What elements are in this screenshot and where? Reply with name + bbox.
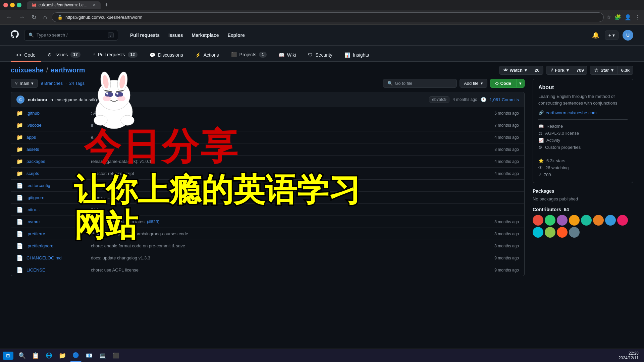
table-row[interactable]: 📄 .gitignore chore: a...: [11, 192, 524, 204]
file-name[interactable]: .nitro...: [26, 207, 87, 212]
profile-icon[interactable]: 👤: [625, 14, 631, 20]
readme-link[interactable]: 📖 Readme: [538, 124, 628, 129]
commit-count-link[interactable]: 1,061 Commits: [490, 97, 519, 102]
breadcrumb-repo[interactable]: earthworm: [51, 66, 85, 74]
tab-projects[interactable]: ⬛ Projects 1: [226, 48, 272, 62]
contributor-avatar[interactable]: [545, 215, 555, 226]
file-name[interactable]: .prettierignore: [26, 243, 87, 248]
tab-discussions[interactable]: 💬 Discussions: [144, 49, 189, 62]
github-logo[interactable]: [11, 30, 19, 41]
custom-props-link[interactable]: ⚙ Custom properties: [538, 145, 628, 150]
fork-count[interactable]: 709: [573, 66, 588, 75]
window-max-btn[interactable]: [17, 3, 21, 7]
taskbar-chrome-btn[interactable]: 🔵: [70, 350, 82, 362]
table-row[interactable]: 📁 apps e... 4 months ago: [11, 131, 524, 143]
taskbar-outlook-btn[interactable]: 📧: [83, 350, 95, 362]
file-name[interactable]: LICENSE: [26, 267, 87, 273]
file-name[interactable]: apps: [26, 135, 87, 140]
table-row[interactable]: 📄 LICENSE chore: use AGPL license 9 mont…: [11, 264, 524, 276]
back-btn[interactable]: ←: [4, 12, 14, 22]
table-row[interactable]: 📄 .prettierrc chore: format @earthworm/x…: [11, 228, 524, 240]
file-name[interactable]: .github: [26, 111, 87, 116]
browser-tab[interactable]: 🐙 cuixueshe/earthworm: Learning E... ✕: [27, 1, 101, 9]
global-search[interactable]: 🔍 Type to search / /: [24, 30, 118, 41]
tab-security[interactable]: 🛡 Security: [303, 49, 338, 62]
file-name[interactable]: .prettierrc: [26, 231, 87, 236]
window-min-btn[interactable]: [10, 3, 15, 7]
stars-count-link[interactable]: ⭐ 6.3k stars: [538, 158, 628, 163]
commit-author-avatar[interactable]: C: [16, 96, 24, 104]
create-btn[interactable]: + ▾: [605, 31, 619, 40]
table-row[interactable]: 📁 .github : Another enum 5 months ago: [11, 107, 524, 119]
file-name[interactable]: .editorconfig: [26, 183, 87, 188]
file-name[interactable]: packages: [26, 159, 87, 164]
contributor-avatar[interactable]: [581, 215, 592, 226]
tab-issues[interactable]: ⊙ Issues 17: [42, 48, 86, 62]
new-tab-btn[interactable]: +: [102, 1, 111, 9]
taskbar-search-btn[interactable]: 🔍: [16, 350, 28, 362]
contributor-avatar[interactable]: [569, 227, 580, 238]
taskbar-file-btn[interactable]: 📁: [56, 350, 68, 362]
home-btn[interactable]: ⌂: [41, 12, 49, 22]
go-to-file-btn[interactable]: 🔍 Go to file: [383, 79, 457, 88]
contributor-avatar[interactable]: [617, 215, 628, 226]
contributor-avatar[interactable]: [545, 227, 555, 238]
address-bar[interactable]: 🔒 https://github.com/cuixueshe/earthworm: [52, 12, 604, 22]
nav-explore[interactable]: Explore: [223, 30, 249, 41]
nav-issues[interactable]: Issues: [164, 30, 187, 41]
extensions-icon[interactable]: 🧩: [614, 14, 621, 20]
tab-actions[interactable]: ⚡ Actions: [190, 49, 224, 62]
table-row[interactable]: 📄 .nitro... 24 t...: [11, 204, 524, 216]
file-name[interactable]: CHANGELOG.md: [26, 255, 87, 260]
contributor-avatar[interactable]: [557, 227, 568, 238]
tag-count-link[interactable]: 24 Tags: [69, 81, 85, 86]
contributor-avatar[interactable]: [569, 215, 580, 226]
contributor-avatar[interactable]: [533, 227, 543, 238]
user-avatar[interactable]: U: [623, 30, 633, 41]
contributor-avatar[interactable]: [533, 215, 543, 226]
tab-code[interactable]: <> Code: [11, 49, 41, 62]
table-row[interactable]: 📁 scripts refactor: release script 4 mon…: [11, 168, 524, 180]
watching-link[interactable]: 👁 26 watching: [538, 165, 628, 170]
table-row[interactable]: 📄 .nvmrc chore: node version to latest (…: [11, 216, 524, 228]
star-count[interactable]: 6.3k: [618, 66, 633, 75]
forks-link[interactable]: ⑂ 709...: [538, 172, 628, 177]
table-row[interactable]: 📁 .vscode ir 7 months ago: [11, 119, 524, 131]
branch-count-link[interactable]: 9 Branches: [41, 81, 63, 86]
table-row[interactable]: 📄 .prettierignore chore: enable format c…: [11, 240, 524, 252]
watch-count[interactable]: 26: [531, 66, 543, 75]
nav-marketplace[interactable]: Marketplace: [188, 30, 223, 41]
code-dropdown-btn[interactable]: ▾: [516, 79, 525, 88]
file-name[interactable]: .nvmrc: [26, 219, 87, 224]
taskbar-terminal-btn[interactable]: ⬛: [110, 350, 122, 362]
bookmark-icon[interactable]: ☆: [606, 14, 611, 20]
license-link[interactable]: ⚖ AGPL-3.0 license: [538, 131, 628, 136]
notifications-btn[interactable]: 🔔: [591, 30, 601, 40]
contributor-avatar[interactable]: [605, 215, 616, 226]
file-name[interactable]: scripts: [26, 171, 87, 176]
tab-wiki[interactable]: 📖 Wiki: [273, 49, 301, 62]
branch-selector[interactable]: ⑂ main ▾: [11, 79, 38, 88]
commit-author-name[interactable]: cuixiaoru: [28, 97, 47, 102]
table-row[interactable]: 📄 .editorconfig chore: a...: [11, 180, 524, 192]
table-row[interactable]: 📁 packages release(game-data-sdk): v1.0.…: [11, 156, 524, 168]
menu-icon[interactable]: ⋮: [635, 14, 640, 20]
contributor-avatar[interactable]: [593, 215, 604, 226]
table-row[interactable]: 📄 CHANGELOG.md docs: update changelog v1…: [11, 252, 524, 264]
file-name[interactable]: .gitignore: [26, 195, 87, 200]
contributor-avatar[interactable]: [557, 215, 568, 226]
forward-btn[interactable]: →: [17, 12, 27, 22]
taskbar-code-btn[interactable]: 💻: [97, 350, 109, 362]
tab-pull-requests[interactable]: ⑂ Pull requests 12: [87, 48, 143, 62]
taskbar-taskview-btn[interactable]: 📋: [30, 350, 42, 362]
nav-pull-requests[interactable]: Pull requests: [126, 30, 164, 41]
taskbar-edge-btn[interactable]: 🌐: [43, 350, 55, 362]
add-file-btn[interactable]: Add file ▾: [460, 79, 487, 88]
commit-hash-badge[interactable]: eb7afc9: [429, 96, 449, 103]
about-link[interactable]: 🔗 earthworm.cuixueshe.com: [538, 110, 628, 115]
code-main-btn[interactable]: ◇ Code: [490, 79, 517, 88]
activity-link[interactable]: 📈 Activity: [538, 138, 628, 143]
fork-btn[interactable]: ⑂ Fork ▾: [546, 66, 573, 75]
star-btn[interactable]: ☆ Star ▾: [590, 66, 618, 75]
breadcrumb-org[interactable]: cuixueshe: [11, 66, 44, 74]
